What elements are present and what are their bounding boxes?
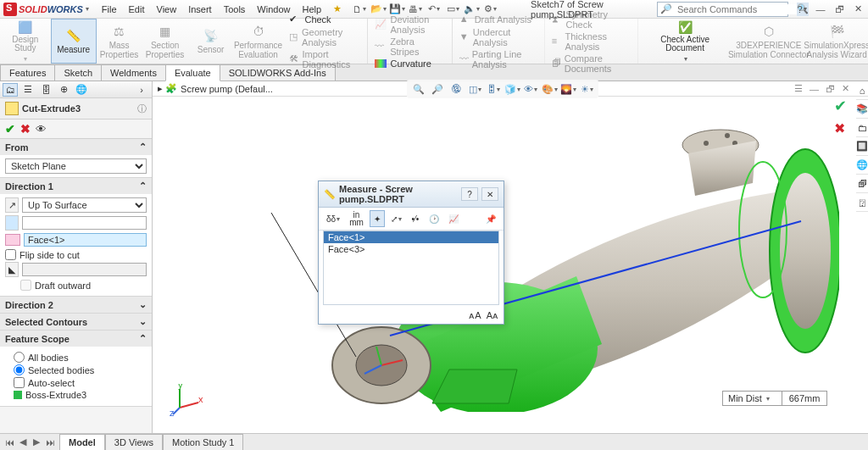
- nav-first-icon[interactable]: ⏮: [3, 437, 15, 447]
- zoom-area-icon[interactable]: 🔎: [429, 81, 446, 97]
- measure-selection-list[interactable]: Face<1> Face<3>: [323, 231, 499, 305]
- collapse-icon[interactable]: ⌃: [139, 142, 147, 153]
- taskpane-appearance-icon[interactable]: 🌐: [856, 156, 868, 175]
- taskpane-forum-icon[interactable]: ⍰: [856, 193, 868, 212]
- taskpane-props-icon[interactable]: 🗊: [856, 175, 868, 193]
- help-icon[interactable]: ?▾: [795, 3, 809, 16]
- propertymanager-icon[interactable]: ☰: [20, 83, 36, 97]
- view-triad[interactable]: x z y: [170, 384, 203, 418]
- ribbon-measure[interactable]: 📏Measure: [51, 19, 97, 64]
- collapse-icon[interactable]: ⌃: [139, 333, 147, 344]
- tab-sketch[interactable]: Sketch: [54, 64, 102, 81]
- nav-prev-icon[interactable]: ◀: [17, 436, 29, 447]
- measure-pin-button[interactable]: 📌: [482, 210, 499, 227]
- accept-button[interactable]: ✔: [5, 122, 15, 136]
- menu-insert[interactable]: Insert: [182, 3, 218, 16]
- measure-close-button[interactable]: ✕: [481, 187, 498, 201]
- ribbon-section[interactable]: ▦Section Properties: [142, 19, 188, 64]
- measure-proj-icon[interactable]: ⤢▾: [387, 210, 405, 227]
- draft-angle-icon[interactable]: ◣: [5, 262, 19, 277]
- configmanager-icon[interactable]: 🗄: [38, 83, 53, 97]
- radio-all-bodies[interactable]: All bodies: [14, 352, 147, 363]
- menu-view[interactable]: View: [151, 3, 183, 16]
- app-menu-dropdown[interactable]: ▾: [86, 5, 89, 13]
- ribbon-curv-label[interactable]: Curvature: [390, 58, 431, 69]
- section-view-icon[interactable]: ◫▾: [466, 81, 483, 97]
- from-select[interactable]: Sketch Plane: [5, 158, 147, 174]
- bottom-tab-motion[interactable]: Motion Study 1: [163, 434, 243, 450]
- menu-edit[interactable]: Edit: [123, 3, 151, 16]
- ribbon-sensor[interactable]: 📡Sensor: [188, 19, 234, 64]
- cancel-button[interactable]: ✖: [20, 122, 31, 136]
- taskpane-home-icon[interactable]: ⌂: [856, 81, 868, 100]
- expand-icon[interactable]: ⌄: [139, 299, 147, 310]
- flip-checkbox[interactable]: Flip side to cut: [5, 249, 147, 260]
- measure-sens-icon[interactable]: 📈: [445, 210, 462, 227]
- taskpane-view-icon[interactable]: 🔲: [856, 137, 868, 156]
- bottom-tab-model[interactable]: Model: [59, 434, 105, 450]
- expand-icon[interactable]: ⌄: [139, 316, 147, 327]
- collapse-icon[interactable]: ⌃: [139, 181, 147, 192]
- measure-mode-icon[interactable]: δδ▾: [323, 210, 343, 227]
- ribbon-check-active-doc[interactable]: ✅Check Active Document▾: [638, 19, 732, 64]
- ribbon-perf[interactable]: ⏱Performance Evaluation: [234, 19, 283, 64]
- taskpane-lib-icon[interactable]: 📚: [856, 100, 868, 119]
- view-settings-icon[interactable]: ☀▾: [578, 81, 595, 97]
- search-box[interactable]: 🔎 🔍: [657, 2, 788, 17]
- close-icon[interactable]: ✕: [851, 3, 865, 16]
- select-icon[interactable]: ▭▾: [446, 3, 459, 16]
- dimxpert-icon[interactable]: ⊕: [56, 83, 71, 97]
- nav-last-icon[interactable]: ⏭: [44, 437, 56, 447]
- canv-max-icon[interactable]: 🗗: [826, 84, 835, 94]
- ribbon-simx[interactable]: 🏁SimulationXpress Analysis Wizard: [805, 19, 868, 64]
- featuretree-icon[interactable]: 🗂: [3, 83, 18, 97]
- tab-features[interactable]: Features: [0, 64, 55, 81]
- tab-evaluate[interactable]: Evaluate: [165, 64, 220, 81]
- tab-weldments[interactable]: Weldments: [101, 64, 166, 81]
- measure-row-1[interactable]: Face<1>: [324, 231, 498, 243]
- measure-row-2[interactable]: Face<3>: [324, 243, 498, 255]
- reverse-icon[interactable]: ↗: [5, 197, 19, 213]
- nav-next-icon[interactable]: ▶: [31, 436, 42, 447]
- measure-titlebar[interactable]: 📏 Measure - Screw pump.SLDPRT ? ✕: [319, 181, 504, 208]
- measure-font-small-icon[interactable]: ᴀA: [469, 310, 481, 321]
- canv-close-icon[interactable]: ✕: [842, 83, 849, 94]
- apply-scene-icon[interactable]: 🌄▾: [559, 81, 576, 97]
- display-style-icon[interactable]: 🧊▾: [504, 81, 520, 97]
- measure-font-large-icon[interactable]: Aᴀ: [487, 310, 498, 321]
- ribbon-design-study[interactable]: 🟦Design Study▾: [0, 19, 51, 64]
- offset-icon[interactable]: [5, 215, 19, 231]
- measure-xyz-icon[interactable]: ✦: [370, 210, 385, 227]
- ribbon-mass[interactable]: ⚖Mass Properties: [97, 19, 142, 64]
- display-icon[interactable]: 🌐: [74, 83, 89, 97]
- canvas-accept-icon[interactable]: ✔: [834, 97, 847, 115]
- preview-button[interactable]: 👁: [36, 123, 47, 136]
- measure-help-button[interactable]: ?: [461, 187, 478, 201]
- canv-min-icon[interactable]: —: [810, 84, 819, 94]
- minimize-icon[interactable]: —: [814, 3, 827, 16]
- measure-hist-icon[interactable]: 🕑: [426, 210, 442, 227]
- auto-select-checkbox[interactable]: Auto-select: [14, 377, 147, 388]
- breadcrumb-doc[interactable]: Screw pump (Defaul...: [181, 84, 273, 94]
- edit-appearance-icon[interactable]: 🎨▾: [541, 81, 558, 97]
- menu-tools[interactable]: Tools: [218, 3, 252, 16]
- distance-callout[interactable]: Min Dist▾ 667mm: [722, 391, 827, 406]
- search-input[interactable]: [675, 4, 797, 14]
- feature-help-icon[interactable]: ⓘ: [137, 103, 147, 115]
- dir1-select[interactable]: Up To Surface: [22, 197, 147, 213]
- graphics-area[interactable]: ▸ 🧩Screw pump (Defaul... 🔍 🔎 🕲 ◫▾ 🎛▾ 🧊▾ …: [153, 81, 868, 433]
- face-field[interactable]: Face<1>: [24, 233, 147, 247]
- measure-pt-icon[interactable]: •⁄•: [408, 210, 423, 227]
- hide-show-icon[interactable]: 👁▾: [522, 81, 539, 97]
- measure-dialog[interactable]: 📏 Measure - Screw pump.SLDPRT ? ✕ δδ▾ in…: [318, 181, 504, 325]
- canv-showtree-icon[interactable]: ☰: [794, 83, 803, 94]
- taskpane-file-icon[interactable]: 🗀: [856, 119, 868, 137]
- radio-selected-bodies[interactable]: Selected bodies: [14, 364, 147, 375]
- restore-icon[interactable]: 🗗: [832, 3, 846, 16]
- prev-view-icon[interactable]: 🕲: [448, 81, 465, 97]
- bottom-tab-3dviews[interactable]: 3D Views: [105, 434, 163, 450]
- ribbon-3dx[interactable]: ⬡3DEXPERIENCE Simulation Connector: [732, 19, 805, 64]
- menu-file[interactable]: File: [96, 3, 123, 16]
- panel-more-icon[interactable]: ›: [134, 83, 149, 97]
- measure-unit-toggle[interactable]: in mm: [346, 210, 367, 227]
